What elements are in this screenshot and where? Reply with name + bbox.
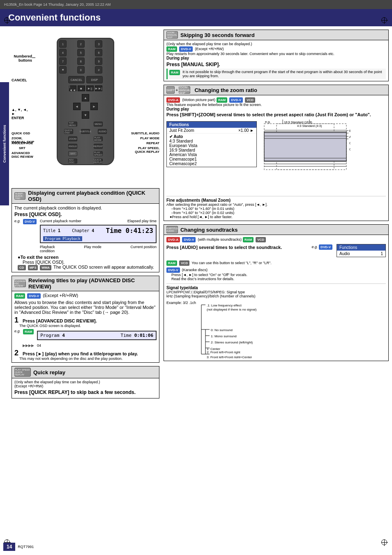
btn-0: 0 <box>77 66 85 74</box>
auto-note: CD MP3 WMA The QUICK OSD screen will app… <box>18 265 157 270</box>
label-angle: ANGLE/PAGE <box>12 141 33 145</box>
main-content: 1 2 3 4 5 6 7 8 9 ★ 0 # CANCEL DISP <box>0 30 392 402</box>
btn-right: ► <box>90 103 98 110</box>
adv-badges-row: RAM DVD-V (Except +R/+RW) <box>14 293 157 299</box>
shift-icon: SHIFT <box>166 86 175 94</box>
btn-next: ►►| <box>95 85 102 91</box>
dvdv-badge: DVD-V <box>23 219 37 224</box>
quick-osd-icon: SLEEPQUICK OSD <box>14 192 25 200</box>
btn-display: DISP <box>86 76 103 83</box>
step2-row: 2 Press [►] (play) when you find a title… <box>14 349 157 357</box>
quick-replay-header: PLAY SPEEDQUICK REPLAY Quick replay <box>12 366 159 378</box>
btn-stop: ■ <box>78 85 85 91</box>
quick-replay-icon: PLAY SPEEDQUICK REPLAY <box>14 368 31 377</box>
btn-6: 6 <box>95 49 102 56</box>
svg-text:0: No surround: 0: No surround <box>211 328 233 332</box>
osd-row-top: Title 1 Chapter 4 Time 0:41:23 <box>43 227 153 235</box>
btn-top-menu: TOP MENU <box>68 122 77 127</box>
osd-chapter-label: Chapter 4 <box>72 228 94 233</box>
side-label: Convenient functions <box>0 82 9 205</box>
page-number: 14 <box>3 543 15 551</box>
circle-tl <box>4 17 10 23</box>
signal-type-section: Signal type/data LPCM/PPCM/□□Digital/DTS… <box>166 283 386 359</box>
adv-body-text: Allows you to browse the disc contents a… <box>14 300 157 315</box>
right-column: ZOOMMANUAL SKIP Skipping 30 seconds forw… <box>164 30 389 402</box>
quick-osd-title: Displaying current playback condition (Q… <box>28 190 157 202</box>
btn-quick-osd: QUICK OSD <box>64 129 73 134</box>
svg-text:4:3 Standard (4:3): 4:3 Standard (4:3) <box>297 124 322 128</box>
osd-labels-area: Current playback number Elapsed play tim… <box>40 219 157 253</box>
title-chapter-label: Current playback number <box>40 219 81 223</box>
zoom-body-text: This feature expands the letterbox pictu… <box>166 103 386 107</box>
remote-visual: 1 2 3 4 5 6 7 8 9 ★ 0 # CANCEL DISP <box>57 38 114 165</box>
direction-pad: ▲ ▼ ◄ ► <box>73 94 98 119</box>
fine-adj-section: Fine adjustments (Manual Zoom) After sel… <box>166 196 386 219</box>
small-btns-4: ANGLE REPEAT <box>58 143 113 150</box>
btn-2: 2 <box>77 40 85 48</box>
soundtracks-body: DVD-A DVD-V (with multiple soundtracks) … <box>164 235 388 361</box>
advanced-disc-section: ADVANCEDDISC REVIEW Reviewing titles to … <box>12 276 159 363</box>
btn-5: 5 <box>77 49 85 56</box>
small-btns-6: ADV DISC QUICK REPLAY <box>58 157 113 165</box>
sound-example: e.g. <box>312 245 319 249</box>
quick-osd-header: SLEEPQUICK OSD Displaying current playba… <box>12 189 159 204</box>
zoom-during-play: During play <box>166 107 386 111</box>
zoom-menu-row1: Just Fit Zoom ×1.00 ► <box>167 128 256 134</box>
small-btns-3: ZOOM PLAY MODE <box>58 135 113 143</box>
cancel-area: CANCEL DISP <box>58 75 113 84</box>
current-pos-label: Current position <box>130 245 157 253</box>
zoom-badges-row: DVD-A (Motion picture part) RAM DVD-V VC… <box>166 97 386 103</box>
btn-prev: |◄◄ <box>69 85 76 91</box>
btn-shift: SRT <box>68 151 77 156</box>
zoom-diagram-svg: e.g. 16:9 Standard (16:9) 4:3 Standard (… <box>260 120 350 191</box>
play-indicator: ▶▶▶▶ <box>23 343 34 348</box>
zoom-opt-ev: European Vista <box>169 143 254 148</box>
btn-1: 1 <box>59 40 67 48</box>
zoom-opt-43std: 4:3 Standard <box>169 139 254 143</box>
advanced-disc-body: RAM DVD-V (Except +R/+RW) Allows you to … <box>12 291 159 362</box>
signal-type-title: Signal type/data <box>166 286 386 290</box>
btn-left: ◄ <box>73 103 81 110</box>
transport-area: |◄◄ ■ ►|| ►►| <box>58 84 113 92</box>
catalog-number: RQT7991 <box>18 545 34 549</box>
step1-num: 1 <box>14 316 18 324</box>
label-arrows: ▲, ▼, ◄, ► ENTER <box>12 108 32 120</box>
label-quick-osd: QUICK OSD <box>12 131 36 135</box>
signal-body: LPCM/PPCM/□□Digital/DTS/MPEG: Signal typ… <box>166 290 386 294</box>
btn-3: 3 <box>95 40 102 48</box>
sound-dvdv-badge: DVD-V <box>319 244 332 250</box>
zoom-ratio-section: SHIFT + ZOOMMANUAL SKIP Changing the zoo… <box>164 85 389 221</box>
step1-instruction: Press [ADVANCED DISC REVIEW]. <box>23 318 97 323</box>
quick-replay-section: PLAY SPEEDQUICK REPLAY Quick replay (Onl… <box>12 366 159 398</box>
btn-hash: # <box>95 66 102 74</box>
signal-tree: .1: Low frequency effect (not displayed … <box>199 301 294 359</box>
btn-cancel: CANCEL <box>68 76 85 83</box>
signal-example-col-left: Example: 3/2 .1ch <box>166 301 196 359</box>
step2-area: 2 Press [►] (play) when you find a title… <box>14 349 157 357</box>
btn-repeat: REPEAT <box>94 144 103 149</box>
btn-up: ▲ <box>82 94 89 101</box>
ram-vcd-note-area: RAM VCD You can use this button to selec… <box>166 260 386 266</box>
skip30-ram-note: RAM It is not possible to skip through t… <box>166 69 386 79</box>
svg-text:Cinemascope2 (2.55:1): Cinemascope2 (2.55:1) <box>349 148 350 151</box>
circle-br <box>381 539 387 545</box>
btn-down: ▼ <box>82 111 89 119</box>
skip30-section: ZOOMMANUAL SKIP Skipping 30 seconds forw… <box>164 30 389 81</box>
btn-star: ★ <box>59 66 67 74</box>
fine-adj-title: Fine adjustments (Manual Zoom) <box>166 198 386 203</box>
ram-track-row: ▶▶▶▶ 04 <box>23 343 157 348</box>
skip30-during-play: During play <box>166 56 386 60</box>
btn-8: 8 <box>77 58 85 65</box>
step1-row: 1 Press [ADVANCED DISC REVIEW]. <box>14 316 157 324</box>
corner-mark-tl <box>3 16 12 25</box>
track-num: 04 <box>37 343 41 348</box>
zoom-opt-auto: ✔ Auto <box>169 134 254 139</box>
zoom-icon: ZOOMMANUAL SKIP <box>179 86 190 94</box>
label-repeat: REPEAT <box>146 141 159 145</box>
advanced-disc-icon: ADVANCEDDISC REVIEW <box>14 280 26 287</box>
fine-adj-2: –from "×1.60" to "×2.00" (in 0.02 units) <box>166 211 386 215</box>
osd-title-label: Title 1 <box>43 228 60 233</box>
soundtracks-icon: SUBTITLEAUDIO <box>166 226 178 233</box>
elapsed-label: Elapsed play time <box>127 219 157 223</box>
karaoke-detail: Read the disc's instructions for details… <box>166 277 386 281</box>
